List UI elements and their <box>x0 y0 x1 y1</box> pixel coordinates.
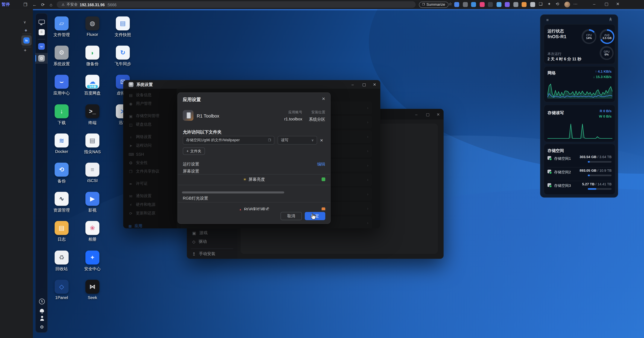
dialog-close-icon[interactable]: ✕ <box>322 96 325 101</box>
app-glyph-icon: ↻ <box>120 49 126 56</box>
storage-card: 存储空间 存储空间1 303.54 GB / 3.64 TB 存储空间2 893… <box>544 144 615 195</box>
tab-stack-icon[interactable]: ❐ <box>23 1 27 8</box>
home-icon[interactable]: ⌂ <box>50 1 52 8</box>
volume-row[interactable]: 存储空间2 893.05 GB / 10.9 TB <box>548 168 612 181</box>
folder-path-field[interactable]: 存储空间1/g96 的文件/Wallpaper ❐ <box>183 136 274 144</box>
network-chart <box>548 82 612 99</box>
app-glyph-icon: ≋ <box>59 137 64 144</box>
desktop-app-icon[interactable]: ≋ Docker <box>47 133 76 162</box>
tab-favicon-gem[interactable]: ◆ <box>25 28 27 32</box>
extension-icon[interactable] <box>463 2 468 7</box>
back-icon[interactable]: ← <box>32 1 37 8</box>
summarize-button[interactable]: ❐ Summarize <box>419 2 448 8</box>
dock-app-store-button[interactable]: ⌣ <box>36 42 47 52</box>
window-restore-button[interactable]: ▢ <box>605 2 608 6</box>
window-close-button[interactable]: ✕ <box>616 2 620 6</box>
maximize-button[interactable]: ▢ <box>362 82 366 87</box>
extension-icon[interactable] <box>488 2 493 7</box>
app-glyph-icon: ⟲ <box>59 166 64 173</box>
extension-icon[interactable] <box>454 2 459 7</box>
profile-avatar[interactable] <box>564 2 570 7</box>
extension-icon[interactable] <box>480 2 484 7</box>
desktop-app-icon[interactable]: ◍ Fluxor <box>78 16 107 46</box>
desktop-app-icon[interactable]: ≡ iSCSI <box>78 162 107 192</box>
minimize-button[interactable]: – <box>352 82 354 87</box>
desktop-app-icon[interactable]: ⋈ Seek <box>78 280 107 309</box>
dock-desktop-button[interactable] <box>36 17 47 27</box>
desktop-app-icon[interactable]: ❀ 相册 <box>78 221 107 250</box>
desktop-app-icon[interactable]: ↻ 飞牛同步 <box>108 46 138 75</box>
desktop-app-icon[interactable]: ♻ 回收站 <box>47 250 76 280</box>
desktop-app-icon[interactable]: ◇ 1Panel <box>47 280 76 309</box>
desktop-app-icon[interactable]: ⟲ 备份 <box>47 162 76 192</box>
app-label: 应用中心 <box>54 90 70 96</box>
desktop-app-icon[interactable]: ▶ 影视 <box>78 192 107 221</box>
copy-icon[interactable]: ❐ <box>268 138 271 142</box>
app-label: Docker <box>55 149 68 154</box>
upload-icon: ↑ <box>595 70 597 74</box>
close-button[interactable]: ✕ <box>373 82 376 87</box>
cancel-button[interactable]: 取消 <box>280 212 302 220</box>
extension-icon[interactable] <box>505 2 510 7</box>
app-label: iSCSI <box>87 178 98 183</box>
run-settings-label: 运行设置 <box>183 162 199 167</box>
remove-folder-icon[interactable]: ✕ <box>320 138 323 142</box>
app-label: 资源管理 <box>54 208 70 213</box>
settings-titlebar[interactable]: ⚙ 系统设置 <box>123 80 380 88</box>
divider <box>22 34 31 34</box>
desktop-app-icon[interactable]: ☁ 飞牛版 百度网盘 <box>78 75 107 104</box>
reload-icon[interactable]: ⟳ <box>41 1 45 8</box>
desktop-app-icon[interactable]: ↓ 下载 <box>47 104 76 133</box>
app-glyph-icon: ⚙ <box>59 49 64 56</box>
browser-menu-icon[interactable]: ⋯ <box>574 2 578 6</box>
user-account-icon[interactable] <box>39 316 44 321</box>
app-glyph-icon: ▱ <box>59 20 64 27</box>
volume-cube-icon <box>548 170 551 173</box>
collapse-tabs-icon[interactable]: ∨ <box>23 20 26 24</box>
volume-row[interactable]: 存储空间3 5.27 TB / 14.41 TB <box>548 181 612 195</box>
desktop-app-icon[interactable]: >_ 终端 <box>78 104 107 133</box>
browser-toolbar: 暂停 ❐ ← ⟳ ⌂ ⚠ 不安全 192.168.31.96:5666 ❐ Su… <box>0 0 644 9</box>
active-tab-fnos[interactable]: fn <box>21 35 32 46</box>
extension-icon[interactable] <box>471 2 476 7</box>
volume-row[interactable]: 存储空间1 303.54 GB / 3.64 TB <box>548 154 612 168</box>
history-icon[interactable]: ⟲ <box>556 2 559 6</box>
new-tab-button[interactable]: + <box>24 48 26 52</box>
notifications-bell-icon[interactable] <box>40 309 44 312</box>
desktop-app-icon[interactable]: ⚙ 系统设置 <box>47 46 76 75</box>
app-glyph-icon: ⋈ <box>89 283 96 290</box>
divider <box>22 47 31 47</box>
extension-icon[interactable] <box>513 2 518 7</box>
volume-usage: 5.27 TB / 14.41 TB <box>582 182 612 186</box>
summarize-icon: ❐ <box>422 3 425 6</box>
bookmark-star-icon[interactable]: ☆ <box>448 2 452 6</box>
desktop-app-icon[interactable]: ∿ 资源管理 <box>47 192 76 221</box>
desktop-app-icon[interactable]: ▱ 文件管理 <box>47 16 76 46</box>
extension-icon[interactable] <box>530 2 535 7</box>
address-bar[interactable]: ⚠ 不安全 192.168.31.96:5666 <box>57 1 416 8</box>
extension-icon[interactable] <box>496 2 501 7</box>
widget-menu-icon[interactable]: ≡ <box>546 18 549 22</box>
disk-io-title: 存储读写 <box>548 110 564 116</box>
collections-icon[interactable]: ✦ <box>548 2 551 6</box>
permission-dropdown[interactable]: 读写 ∨ <box>278 136 317 144</box>
add-folder-button[interactable]: + 文件夹 <box>183 148 205 155</box>
dialog-footer: 取消 确定 <box>178 210 330 224</box>
desktop-app-icon[interactable]: ▤ 文件快照 <box>108 16 138 46</box>
desktop-app-icon[interactable]: ◗ 微备份 <box>78 46 107 75</box>
split-view-icon[interactable]: ❏ <box>539 2 542 6</box>
extension-icon[interactable] <box>522 2 526 7</box>
dock-settings-button-active[interactable]: ⚙ <box>35 53 48 64</box>
window-minimize-button[interactable]: – <box>593 2 596 6</box>
desktop-app-icon[interactable]: ▤ 指尖NAS <box>78 133 107 162</box>
app-label: 安全中心 <box>84 266 101 272</box>
brightness-slider[interactable] <box>182 191 284 194</box>
dock-preferences-gear-icon[interactable]: ⚙ <box>40 324 44 330</box>
desktop-app-icon[interactable]: ⌣ 应用中心 <box>47 75 76 104</box>
desktop-app-icon[interactable]: ✦ 安全中心 <box>78 250 107 280</box>
edit-link[interactable]: 编辑 <box>317 162 325 167</box>
collapse-panel-icon[interactable]: ≪ <box>608 17 612 21</box>
dock-app-launcher-button[interactable]: ⠿ <box>36 27 47 37</box>
transfer-activity-icon[interactable]: ⇅ <box>39 299 45 304</box>
desktop-app-icon[interactable]: ▤ 日志 <box>47 221 76 250</box>
